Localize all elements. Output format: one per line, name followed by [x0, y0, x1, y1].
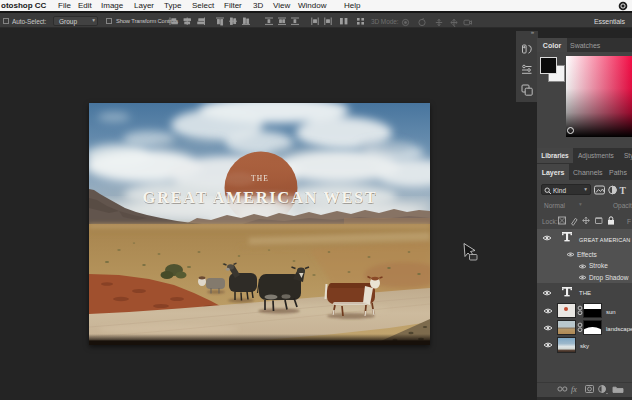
svg-text:fx: fx — [571, 385, 577, 394]
svg-text:T: T — [620, 186, 627, 196]
svg-text:THE: THE — [251, 174, 269, 183]
svg-text:GREAT AMERICAN WEST: GREAT AMERICAN WEST — [143, 188, 378, 207]
